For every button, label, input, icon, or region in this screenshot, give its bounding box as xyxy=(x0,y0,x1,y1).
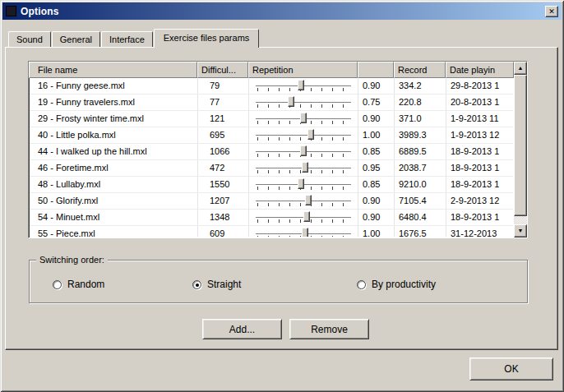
column-header-repetition[interactable]: Repetition xyxy=(248,62,358,78)
repetition-slider[interactable] xyxy=(254,161,353,175)
column-header-difficul[interactable]: Difficul... xyxy=(197,62,248,78)
date-playing-cell: 18-9-2013 1 xyxy=(446,210,513,225)
difficulty-cell: 472 xyxy=(198,160,249,176)
slider-thumb[interactable] xyxy=(302,228,308,237)
radio-button-icon[interactable] xyxy=(53,280,62,289)
difficulty-cell: 609 xyxy=(198,226,249,237)
column-header-file-name[interactable]: File name xyxy=(29,62,197,78)
slider-thumb[interactable] xyxy=(303,211,310,222)
repetition-slider[interactable] xyxy=(254,128,353,142)
ratio-cell: 0.90 xyxy=(358,111,395,127)
table-row[interactable]: 54 - Minuet.mxl13480.906480.418-9-2013 1 xyxy=(30,210,513,226)
column-header-record[interactable]: Record xyxy=(394,62,446,78)
ratio-cell: 0.85 xyxy=(358,177,395,192)
record-cell: 1676.5 xyxy=(395,226,446,237)
record-cell: 220.8 xyxy=(395,95,446,110)
scrollbar-thumb[interactable] xyxy=(514,75,527,216)
file-name-cell: 29 - Frosty winter time.mxl xyxy=(30,111,198,127)
slider-track xyxy=(256,102,351,103)
table-row[interactable]: 55 - Piece.mxl6091.001676.531-12-2013 xyxy=(30,226,513,237)
repetition-cell xyxy=(249,144,358,159)
scroll-down-button[interactable]: ▼ xyxy=(514,224,527,238)
slider-thumb[interactable] xyxy=(305,195,312,205)
ratio-cell: 0.90 xyxy=(358,78,395,94)
radio-label: Straight xyxy=(207,279,241,290)
repetition-cell xyxy=(249,210,358,225)
radio-random[interactable]: Random xyxy=(53,279,104,290)
ratio-cell: 1.00 xyxy=(358,226,395,237)
slider-thumb[interactable] xyxy=(298,80,304,90)
table-row[interactable]: 46 - Foretime.mxl4720.952038.718-9-2013 … xyxy=(30,160,513,177)
slider-track xyxy=(256,135,351,136)
file-name-cell: 44 - I walked up the hill.mxl xyxy=(30,144,198,159)
slider-ticks xyxy=(257,137,350,141)
repetition-slider[interactable] xyxy=(254,79,353,93)
file-name-cell: 50 - Glorify.mxl xyxy=(30,193,198,209)
repetition-cell xyxy=(249,127,358,143)
repetition-slider[interactable] xyxy=(254,194,353,208)
repetition-slider[interactable] xyxy=(254,178,353,191)
record-cell: 7105.4 xyxy=(395,193,446,209)
file-name-cell: 55 - Piece.mxl xyxy=(30,226,198,237)
difficulty-cell: 77 xyxy=(198,95,249,110)
repetition-slider[interactable] xyxy=(254,112,353,126)
tab-interface[interactable]: Interface xyxy=(101,31,153,47)
ok-button[interactable]: OK xyxy=(469,357,553,380)
record-cell: 3989.3 xyxy=(395,127,446,143)
radio-button-icon[interactable] xyxy=(357,280,366,289)
record-cell: 371.0 xyxy=(395,111,446,127)
repetition-slider[interactable] xyxy=(254,210,353,224)
slider-thumb[interactable] xyxy=(302,162,308,173)
options-dialog: Options ✕ SoundGeneralInterfaceExercise … xyxy=(0,0,564,392)
repetition-slider[interactable] xyxy=(254,145,353,159)
table-row[interactable]: 50 - Glorify.mxl12070.907105.42-9-2013 1… xyxy=(30,193,513,210)
difficulty-cell: 121 xyxy=(198,111,249,127)
file-name-cell: 16 - Funny geese.mxl xyxy=(30,78,198,94)
vertical-scrollbar[interactable]: ▲ ▼ xyxy=(514,62,527,238)
difficulty-cell: 1207 xyxy=(198,193,249,209)
scroll-up-button[interactable]: ▲ xyxy=(514,62,527,75)
scroll-down-icon: ▼ xyxy=(518,228,524,233)
exercise-files-params-panel: File nameDifficul...RepetitionRecordDate… xyxy=(5,47,558,350)
repetition-slider[interactable] xyxy=(254,95,353,109)
table-row[interactable]: 16 - Funny geese.mxl790.90334.229-8-2013… xyxy=(30,78,513,95)
table-row[interactable]: 44 - I walked up the hill.mxl10660.85688… xyxy=(30,144,513,160)
tab-exercise-files-params[interactable]: Exercise files params xyxy=(154,29,260,48)
table-body: 16 - Funny geese.mxl790.90334.229-8-2013… xyxy=(30,78,513,237)
column-header-date-playin[interactable]: Date playin xyxy=(446,62,514,78)
repetition-slider[interactable] xyxy=(254,227,353,237)
slider-thumb[interactable] xyxy=(300,145,307,156)
close-button[interactable]: ✕ xyxy=(545,6,558,17)
slider-thumb[interactable] xyxy=(307,129,314,140)
tab-bar: SoundGeneralInterfaceExercise files para… xyxy=(8,29,260,47)
add-button[interactable]: Add... xyxy=(202,319,282,339)
table-row[interactable]: 48 - Lullaby.mxl15500.859210.018-9-2013 … xyxy=(30,177,513,193)
table-row[interactable]: 29 - Frosty winter time.mxl1210.90371.01… xyxy=(30,111,513,127)
record-cell: 9210.0 xyxy=(395,177,446,192)
difficulty-cell: 1550 xyxy=(198,177,249,192)
date-playing-cell: 2-9-2013 12 xyxy=(446,193,513,209)
date-playing-cell: 1-9-2013 12 xyxy=(446,127,513,143)
file-name-cell: 46 - Foretime.mxl xyxy=(30,160,198,176)
date-playing-cell: 18-9-2013 1 xyxy=(446,177,513,192)
difficulty-cell: 695 xyxy=(198,127,249,143)
radio-by-productivity[interactable]: By productivity xyxy=(357,279,436,290)
column-header-blank[interactable] xyxy=(358,62,394,78)
tab-sound[interactable]: Sound xyxy=(8,31,51,47)
table-row[interactable]: 40 - Little polka.mxl6951.003989.31-9-20… xyxy=(30,127,513,144)
repetition-cell xyxy=(249,160,358,176)
app-icon xyxy=(6,6,16,16)
ratio-cell: 0.75 xyxy=(358,95,395,110)
table-header: File nameDifficul...RepetitionRecordDate… xyxy=(29,62,514,78)
slider-thumb[interactable] xyxy=(298,178,304,189)
remove-button[interactable]: Remove xyxy=(289,319,369,339)
slider-thumb[interactable] xyxy=(288,96,294,107)
radio-straight[interactable]: Straight xyxy=(192,279,241,290)
ratio-cell: 0.90 xyxy=(358,193,395,209)
table-row[interactable]: 19 - Funny travelers.mxl770.75220.820-8-… xyxy=(30,95,513,111)
tab-general[interactable]: General xyxy=(52,31,100,47)
scroll-up-icon: ▲ xyxy=(518,65,524,71)
radio-button-icon[interactable] xyxy=(192,280,201,289)
difficulty-cell: 79 xyxy=(198,78,249,94)
slider-thumb[interactable] xyxy=(300,113,307,123)
